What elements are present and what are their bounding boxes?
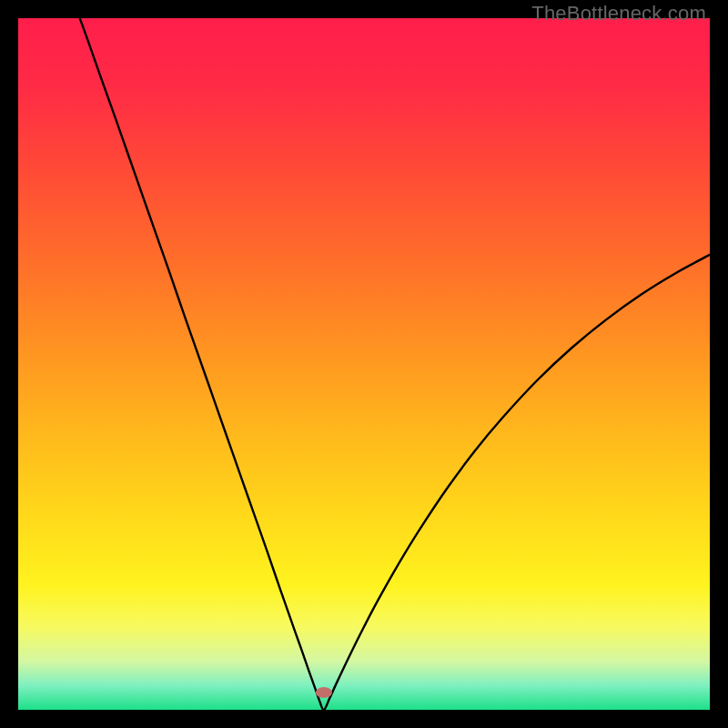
watermark-text: TheBottleneck.com	[531, 2, 706, 25]
gradient-background	[18, 18, 710, 710]
optimal-point-marker	[316, 687, 332, 698]
bottleneck-chart	[18, 18, 710, 710]
chart-container	[18, 18, 710, 710]
